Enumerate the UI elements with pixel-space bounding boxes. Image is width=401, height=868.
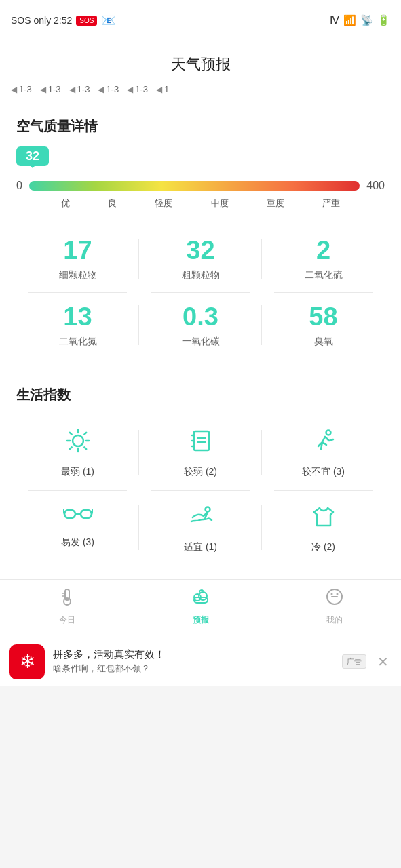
bottom-tabbar: 今日 预报 我的 [0, 579, 401, 637]
tab-label-2: 1-3 [77, 84, 90, 94]
aqi-bar-row: 0 400 [16, 180, 385, 192]
ad-logo: ❄ [9, 644, 45, 679]
pollutant-value-0: 17 [63, 237, 92, 265]
tab-label-0: 1-3 [19, 84, 32, 94]
svg-point-15 [326, 430, 330, 435]
thermometer-icon [57, 587, 77, 612]
svg-line-5 [69, 432, 71, 434]
bottom-tab-forecast-label: 预报 [193, 614, 209, 626]
pollutant-item-1: 32 粗颗粒物 [139, 226, 262, 292]
svg-rect-16 [64, 510, 75, 518]
svg-line-20 [92, 510, 93, 514]
status-left: SOS only 2:52 SOS 📧 [11, 13, 116, 28]
svg-point-21 [205, 507, 210, 511]
pollutant-name-2: 二氧化硫 [305, 269, 343, 281]
life-grid: 最弱 (1) 较弱 (2) [16, 415, 385, 566]
life-section-header: 生活指数 [0, 372, 401, 415]
aqi-categories: 优 良 轻度 中度 重度 严重 [16, 197, 385, 210]
cloud-icon [191, 587, 211, 612]
tab-label-1: 1-3 [48, 84, 61, 94]
svg-line-6 [84, 447, 86, 449]
life-item-5: 冷 (2) [262, 490, 385, 566]
pollutant-item-0: 17 细颗粒物 [16, 226, 139, 292]
pollutant-name-0: 细颗粒物 [59, 269, 97, 281]
nfc-icon: Ⅳ [330, 14, 339, 26]
aqi-cat-0: 优 [61, 197, 70, 210]
svg-line-19 [63, 510, 64, 514]
smiley-icon [324, 587, 345, 612]
tab-item-2[interactable]: ◀ 1-3 [65, 84, 94, 94]
aqi-range-start: 0 [16, 180, 22, 192]
bottom-tab-forecast[interactable]: 预报 [191, 587, 211, 626]
pollutant-name-5: 臭氧 [314, 336, 333, 348]
tab-arrow-0: ◀ [11, 85, 17, 94]
life-section: 生活指数 最弱 (1) [0, 372, 401, 566]
tab-arrow-1: ◀ [40, 85, 46, 94]
aqi-section: 32 0 400 优 良 轻度 中度 重度 严重 [0, 146, 401, 226]
aqi-cat-2: 轻度 [155, 197, 172, 210]
tab-arrow-4: ◀ [127, 85, 133, 94]
signal-icon: 📶 [343, 14, 356, 26]
pollutant-item-4: 0.3 一氧化碳 [139, 292, 262, 359]
life-label-0: 最弱 (1) [61, 466, 94, 478]
bottom-tab-mine[interactable]: 我的 [324, 587, 345, 626]
pollutant-value-4: 0.3 [183, 303, 218, 332]
tab-item-5[interactable]: ◀ 1 [152, 84, 173, 94]
tshirt-icon [310, 502, 337, 536]
tab-label-3: 1-3 [106, 84, 119, 94]
ad-subtitle: 啥条件啊，红包都不领？ [53, 663, 334, 675]
aqi-range-end: 400 [366, 180, 385, 192]
aqi-section-header: 空气质量详情 [0, 104, 401, 146]
ad-tag: 广告 [342, 654, 366, 669]
notebook-icon [187, 427, 214, 460]
wifi-icon: 📡 [360, 14, 373, 26]
life-label-3: 易发 (3) [61, 536, 94, 549]
tab-item-3[interactable]: ◀ 1-3 [94, 84, 123, 94]
pollutant-name-3: 二氧化氮 [59, 336, 97, 348]
tab-item-0[interactable]: ◀ 1-3 [7, 84, 36, 94]
life-label-1: 较弱 (2) [184, 466, 217, 478]
tab-arrow-5: ◀ [156, 85, 162, 94]
svg-line-8 [69, 447, 71, 449]
pollutant-item-5: 58 臭氧 [262, 292, 385, 359]
aqi-badge: 32 [16, 146, 49, 166]
aqi-cat-4: 重度 [267, 197, 284, 210]
pollutant-value-5: 58 [309, 303, 337, 332]
ad-logo-icon: ❄ [20, 650, 35, 673]
tab-arrow-2: ◀ [69, 85, 75, 94]
running-icon [310, 427, 337, 460]
ad-close-button[interactable]: ✕ [375, 651, 392, 673]
life-item-3: 易发 (3) [16, 490, 139, 566]
battery-icon: 🔋 [377, 14, 390, 26]
svg-rect-9 [194, 431, 209, 450]
svg-rect-17 [81, 510, 92, 518]
svg-point-23 [64, 598, 71, 605]
pollutant-value-1: 32 [186, 237, 214, 265]
bottom-tab-today[interactable]: 今日 [57, 587, 77, 626]
tab-item-1[interactable]: ◀ 1-3 [36, 84, 65, 94]
tab-item-4[interactable]: ◀ 1-3 [123, 84, 152, 94]
pollutant-item-2: 2 二氧化硫 [262, 226, 385, 292]
page-title: 天气预报 [0, 41, 401, 84]
glasses-icon [63, 502, 93, 531]
aqi-bar [29, 181, 360, 191]
sos-icon: SOS [76, 16, 97, 26]
tab-label-4: 1-3 [135, 84, 148, 94]
svg-point-0 [73, 435, 83, 446]
tab-nav: ◀ 1-3 ◀ 1-3 ◀ 1-3 ◀ 1-3 ◀ 1-3 ◀ 1 [0, 84, 401, 104]
life-item-1: 较弱 (2) [139, 415, 262, 490]
pollutant-name-4: 一氧化碳 [182, 336, 220, 348]
bottom-tab-today-label: 今日 [59, 614, 75, 626]
status-bar: SOS only 2:52 SOS 📧 Ⅳ 📶 📡 🔋 [0, 0, 401, 41]
status-text: SOS only 2:52 [11, 15, 72, 26]
svg-point-31 [330, 593, 332, 595]
svg-line-7 [84, 432, 86, 434]
ad-title: 拼多多，活动真实有效！ [53, 648, 334, 661]
aqi-cat-5: 严重 [322, 197, 340, 210]
tab-arrow-3: ◀ [98, 85, 104, 94]
status-right: Ⅳ 📶 📡 🔋 [330, 14, 390, 26]
ad-text: 拼多多，活动真实有效！ 啥条件啊，红包都不领？ [53, 648, 334, 675]
life-item-2: 较不宜 (3) [262, 415, 385, 490]
tab-label-5: 1 [164, 84, 169, 94]
pollutant-grid: 17 细颗粒物 32 粗颗粒物 2 二氧化硫 13 二氧化氮 0.3 一氧化碳 … [16, 226, 385, 359]
